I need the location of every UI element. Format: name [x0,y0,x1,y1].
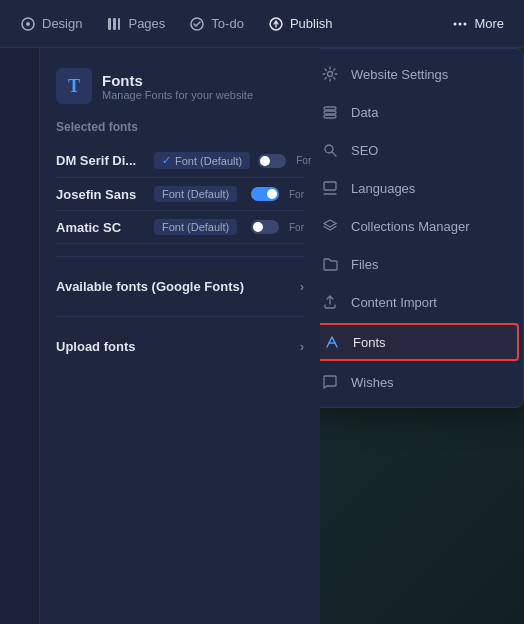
font-row-dm: DM Serif Di... ✓ Font (Default) For [56,144,304,178]
menu-label-collections: Collections Manager [351,219,470,234]
upload-icon [321,293,339,311]
font-row-amatic: Amatic SC Font (Default) For [56,211,304,244]
menu-item-website-settings[interactable]: Website Settings [320,55,523,93]
fonts-panel-title: Fonts [102,72,253,89]
divider-2 [56,316,304,317]
font-name-amatic: Amatic SC [56,220,146,235]
nav-design[interactable]: Design [8,10,94,38]
menu-label-wishes: Wishes [351,375,394,390]
chat-icon [321,373,339,391]
menu-item-seo[interactable]: SEO [320,131,523,169]
main-area: T Fonts Manage Fonts for your website Se… [0,48,524,624]
dropdown-menu: Website Settings Data [320,48,524,408]
font-toggle-josefin[interactable] [251,187,279,201]
svg-rect-14 [324,182,336,190]
database-icon [321,103,339,121]
svg-point-13 [325,145,333,153]
menu-label-content-import: Content Import [351,295,437,310]
menu-item-languages[interactable]: Languages [320,169,523,207]
publish-icon [268,16,284,32]
svg-point-1 [26,22,30,26]
nav-publish-label: Publish [290,16,333,31]
font-name-josefin: Josefin Sans [56,187,146,202]
svg-rect-2 [108,18,111,30]
svg-rect-4 [118,18,120,30]
menu-item-collections[interactable]: Collections Manager [320,207,523,245]
fonts-title-block: Fonts Manage Fonts for your website [102,72,253,101]
nav-publish[interactable]: Publish [256,10,345,38]
font-icon [323,333,341,351]
more-dots-icon [452,16,468,32]
nav-pages[interactable]: Pages [94,10,177,38]
font-for-josefin: For [289,189,304,200]
available-fonts-label: Available fonts (Google Fonts) [56,279,244,294]
fonts-large-icon: T [56,68,92,104]
bg-area: Website Settings Data [320,48,524,624]
selected-fonts-label: Selected fonts [56,120,304,134]
font-tag-amatic: Font (Default) [154,219,237,235]
menu-item-content-import[interactable]: Content Import [320,283,523,321]
menu-item-wishes[interactable]: Wishes [320,363,523,401]
font-row-josefin: Josefin Sans Font (Default) For [56,178,304,211]
font-tag-josefin: Font (Default) [154,186,237,202]
font-toggle-dm[interactable] [258,154,286,168]
chevron-right-icon: › [300,280,304,294]
nav-design-label: Design [42,16,82,31]
top-nav: Design Pages To-do Publish [0,0,524,48]
svg-rect-3 [113,18,116,30]
fonts-panel-subtitle: Manage Fonts for your website [102,89,253,101]
nav-todo-label: To-do [211,16,244,31]
font-toggle-amatic[interactable] [251,220,279,234]
svg-rect-11 [324,111,336,114]
svg-point-8 [464,22,467,25]
menu-label-languages: Languages [351,181,415,196]
search-icon [321,141,339,159]
menu-label-data: Data [351,105,378,120]
gear-icon [321,65,339,83]
menu-label-fonts: Fonts [353,335,386,350]
menu-label-seo: SEO [351,143,378,158]
svg-point-9 [328,72,333,77]
font-tag-dm: ✓ Font (Default) [154,152,250,169]
divider-1 [56,256,304,257]
font-for-dm: For [296,155,311,166]
fonts-panel: T Fonts Manage Fonts for your website Se… [40,48,320,624]
menu-item-fonts[interactable]: Fonts [320,323,519,361]
font-tag-label-josefin: Font (Default) [162,188,229,200]
nav-pages-label: Pages [128,16,165,31]
font-tag-label-dm: Font (Default) [175,155,242,167]
menu-item-files[interactable]: Files [320,245,523,283]
font-name-dm: DM Serif Di... [56,153,146,168]
font-tag-label-amatic: Font (Default) [162,221,229,233]
nav-more-label: More [474,16,504,31]
folder-icon [321,255,339,273]
check-icon-dm: ✓ [162,154,171,167]
svg-rect-10 [324,107,336,110]
menu-label-files: Files [351,257,378,272]
svg-rect-12 [324,115,336,118]
svg-point-6 [454,22,457,25]
nav-todo[interactable]: To-do [177,10,256,38]
menu-label-website-settings: Website Settings [351,67,448,82]
nav-more[interactable]: More [440,10,516,38]
pages-icon [106,16,122,32]
font-for-amatic: For [289,222,304,233]
upload-fonts-label: Upload fonts [56,339,135,354]
svg-point-7 [459,22,462,25]
todo-icon [189,16,205,32]
design-icon [20,16,36,32]
flag-icon [321,179,339,197]
fonts-panel-header: T Fonts Manage Fonts for your website [56,68,304,104]
left-sidebar [0,48,40,624]
menu-item-data[interactable]: Data [320,93,523,131]
layers-icon [321,217,339,235]
chevron-right-icon-2: › [300,340,304,354]
available-fonts-row[interactable]: Available fonts (Google Fonts) › [56,269,304,304]
upload-fonts-row[interactable]: Upload fonts › [56,329,304,364]
